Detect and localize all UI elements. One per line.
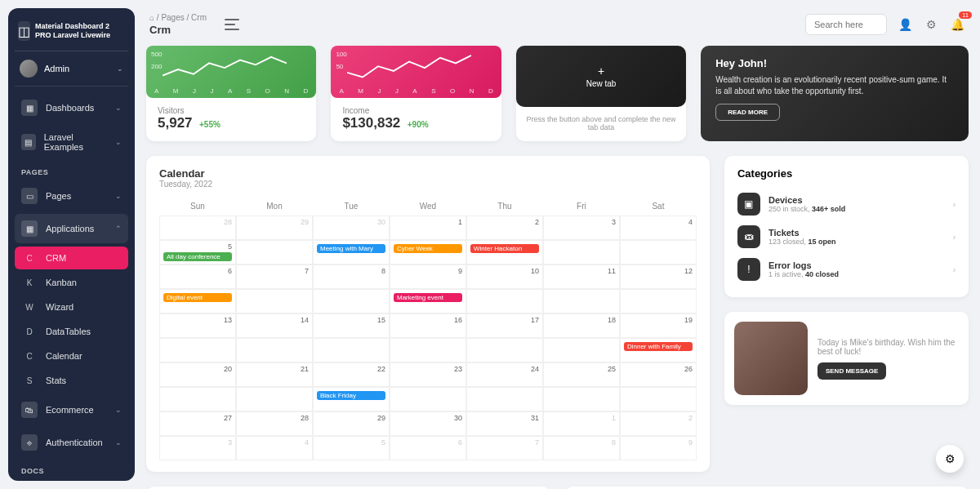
nav-pages[interactable]: ▭Pages⌄	[15, 181, 128, 211]
calendar-cell[interactable]: Meeting with Mary	[313, 240, 390, 265]
notifications-icon[interactable]: 🔔	[949, 16, 965, 33]
calendar-cell[interactable]: Cyber Week	[390, 240, 466, 265]
calendar-cell[interactable]: 14	[236, 313, 313, 338]
calendar-cell[interactable]	[543, 387, 620, 411]
calendar-cell[interactable]: 5All day conference	[159, 240, 236, 265]
calendar-event[interactable]: All day conference	[163, 252, 232, 261]
calendar-cell[interactable]	[159, 387, 236, 411]
calendar-cell[interactable]: 27	[159, 411, 236, 436]
calendar-cell[interactable]	[466, 387, 543, 411]
calendar-cell[interactable]	[236, 338, 313, 362]
calendar-cell[interactable]: 21	[236, 362, 313, 387]
calendar-cell[interactable]: 29	[313, 411, 390, 436]
nav-authentication[interactable]: ⎆Authentication⌄	[15, 428, 128, 457]
calendar-event[interactable]: Dinner with Family	[624, 342, 693, 351]
settings-fab[interactable]: ⚙	[936, 445, 964, 473]
calendar-cell[interactable]	[543, 240, 620, 265]
calendar-cell[interactable]	[543, 289, 620, 313]
calendar-cell[interactable]: 24	[466, 362, 543, 387]
calendar-cell[interactable]: 31	[466, 411, 543, 436]
calendar-cell[interactable]: 29	[236, 216, 313, 240]
calendar-cell[interactable]: 16	[390, 313, 466, 338]
calendar-cell[interactable]: Black Friday	[313, 387, 390, 411]
calendar-cell[interactable]: 8	[543, 436, 620, 460]
calendar-cell[interactable]: 23	[390, 362, 466, 387]
calendar-cell[interactable]	[466, 338, 543, 362]
calendar-cell[interactable]: 1	[543, 411, 620, 436]
calendar-cell[interactable]: 4	[236, 436, 313, 460]
account-icon[interactable]: 👤	[897, 16, 913, 33]
calendar-cell[interactable]: 15	[313, 313, 390, 338]
calendar-cell[interactable]: Winter Hackaton	[466, 240, 543, 265]
read-more-button[interactable]: READ MORE	[715, 104, 780, 121]
calendar-cell[interactable]: 17	[466, 313, 543, 338]
calendar-event[interactable]: Marketing event	[394, 293, 462, 302]
calendar-event[interactable]: Meeting with Mary	[317, 244, 385, 253]
calendar-cell[interactable]	[236, 387, 313, 411]
send-message-button[interactable]: SEND MESSAGE	[817, 362, 886, 380]
calendar-cell[interactable]: Dinner with Family	[620, 338, 697, 362]
calendar-cell[interactable]: 20	[159, 362, 236, 387]
calendar-cell[interactable]: 6	[390, 436, 466, 460]
nav-ecommerce[interactable]: 🛍Ecommerce⌄	[15, 395, 128, 425]
calendar-cell[interactable]: 4	[620, 216, 697, 240]
calendar-cell[interactable]	[466, 289, 543, 313]
calendar-cell[interactable]: 10	[466, 265, 543, 289]
calendar-event[interactable]: Cyber Week	[394, 244, 462, 253]
calendar-cell[interactable]	[390, 338, 466, 362]
sidebar-item-calendar[interactable]: CCalendar	[15, 345, 128, 367]
calendar-cell[interactable]: 5	[313, 436, 390, 460]
nav-basic[interactable]: 🚀Basic⌄	[15, 480, 128, 481]
calendar-cell[interactable]	[620, 387, 697, 411]
calendar-cell[interactable]: 22	[313, 362, 390, 387]
calendar-cell[interactable]: 18	[543, 313, 620, 338]
calendar-cell[interactable]: 9	[620, 436, 697, 460]
category-item[interactable]: 🎟Tickets123 closed, 15 open›	[737, 220, 956, 253]
calendar-cell[interactable]: 19	[620, 313, 697, 338]
sidebar-item-stats[interactable]: SStats	[15, 369, 128, 392]
calendar-cell[interactable]: 2	[620, 411, 697, 436]
calendar-event[interactable]: Winter Hackaton	[470, 244, 539, 253]
calendar-cell[interactable]: 3	[159, 436, 236, 460]
calendar-cell[interactable]: 28	[159, 216, 236, 240]
calendar-cell[interactable]: Marketing event	[390, 289, 466, 313]
calendar-cell[interactable]: 1	[390, 216, 466, 240]
calendar-cell[interactable]: 6	[159, 265, 236, 289]
calendar-cell[interactable]: 7	[466, 436, 543, 460]
nav-dashboards[interactable]: ▦Dashboards⌄	[15, 93, 128, 122]
calendar-cell[interactable]: 30	[390, 411, 466, 436]
calendar-cell[interactable]: 12	[620, 265, 697, 289]
calendar-cell[interactable]	[313, 289, 390, 313]
home-icon[interactable]: ⌂	[149, 13, 154, 22]
calendar-cell[interactable]	[543, 338, 620, 362]
calendar-event[interactable]: Digital event	[163, 293, 232, 302]
calendar-cell[interactable]	[236, 289, 313, 313]
calendar-cell[interactable]: 11	[543, 265, 620, 289]
category-item[interactable]: !Error logs1 is active, 40 closed›	[737, 253, 956, 286]
calendar-cell[interactable]: 7	[236, 265, 313, 289]
calendar-cell[interactable]: 13	[159, 313, 236, 338]
calendar-cell[interactable]: 28	[236, 411, 313, 436]
calendar-cell[interactable]	[313, 338, 390, 362]
new-tab-button[interactable]: + New tab	[516, 46, 686, 107]
calendar-cell[interactable]: 30	[313, 216, 390, 240]
calendar-cell[interactable]: 8	[313, 265, 390, 289]
nav-applications[interactable]: ▦Applications⌃	[15, 214, 128, 243]
gear-icon[interactable]: ⚙	[923, 16, 939, 33]
category-item[interactable]: ▣Devices250 in stock, 346+ sold›	[737, 188, 956, 220]
calendar-cell[interactable]: 25	[543, 362, 620, 387]
sidebar-item-datatables[interactable]: DDataTables	[15, 320, 128, 343]
sidebar-item-kanban[interactable]: KKanban	[15, 271, 128, 294]
calendar-cell[interactable]	[236, 240, 313, 265]
calendar-grid[interactable]: SunMonTueWedThuFriSat28293012345All day …	[159, 197, 697, 460]
calendar-cell[interactable]: 2	[466, 216, 543, 240]
nav-examples[interactable]: ▤Laravel Examples⌄	[15, 126, 128, 158]
calendar-cell[interactable]	[159, 338, 236, 362]
calendar-cell[interactable]: 3	[543, 216, 620, 240]
calendar-cell[interactable]	[390, 387, 466, 411]
calendar-event[interactable]: Black Friday	[317, 391, 385, 400]
calendar-cell[interactable]: 26	[620, 362, 697, 387]
calendar-cell[interactable]: 9	[390, 265, 466, 289]
profile-menu[interactable]: Admin ⌄	[15, 51, 128, 87]
search-input[interactable]	[805, 14, 887, 35]
